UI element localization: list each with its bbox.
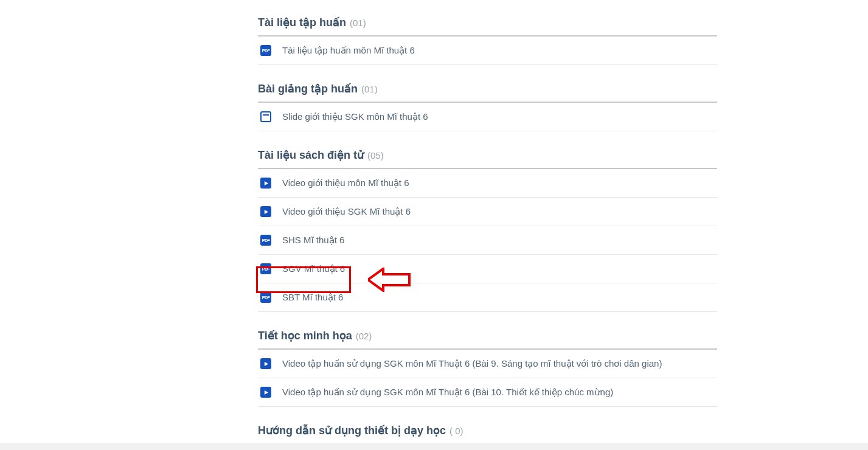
document-list: Tài liệu tập huấn(01)PDFTài liệu tập huấ… <box>258 0 717 450</box>
bottom-bar <box>0 443 868 450</box>
section-s4: Tiết học minh họa(02)Video tập huấn sử d… <box>258 329 717 407</box>
slide-icon <box>260 111 271 122</box>
section-title-text: Hướng dẫn sử dụng thiết bị dạy học <box>258 424 446 437</box>
section-s5: Hướng dẫn sử dụng thiết bị dạy học( 0) <box>258 424 717 445</box>
section-count: (02) <box>356 331 372 341</box>
section-title: Bài giảng tập huấn(01) <box>258 82 717 103</box>
section-title-text: Tiết học minh họa <box>258 329 352 342</box>
list-item[interactable]: PDFSBT Mĩ thuật 6 <box>258 283 717 312</box>
list-item[interactable]: Video tập huấn sử dụng SGK môn Mĩ Thuật … <box>258 350 717 378</box>
list-item[interactable]: PDFSHS Mĩ thuật 6 <box>258 226 717 255</box>
pdf-icon: PDF <box>260 235 271 246</box>
list-item[interactable]: Video giới thiệu môn Mĩ thuật 6 <box>258 169 717 198</box>
item-label: SGV Mĩ thuật 6 <box>282 263 345 274</box>
section-title: Tài liệu tập huấn(01) <box>258 16 717 36</box>
item-label: Video tập huấn sử dụng SGK môn Mĩ Thuật … <box>282 358 662 369</box>
list-item[interactable]: Video tập huấn sử dụng SGK môn Mĩ Thuật … <box>258 378 717 407</box>
item-label: Video giới thiệu môn Mĩ thuật 6 <box>282 178 409 189</box>
list-item[interactable]: PDFTài liệu tập huấn môn Mĩ thuật 6 <box>258 36 717 65</box>
video-icon <box>260 358 271 369</box>
section-title-text: Tài liệu tập huấn <box>258 16 346 29</box>
section-title: Hướng dẫn sử dụng thiết bị dạy học( 0) <box>258 424 717 445</box>
pdf-icon: PDF <box>260 263 271 274</box>
video-icon <box>260 206 271 217</box>
section-count: (01) <box>350 18 366 28</box>
section-s3: Tài liệu sách điện tử(05)Video giới thiệ… <box>258 148 717 312</box>
section-count: ( 0) <box>450 426 464 436</box>
section-title-text: Tài liệu sách điện tử <box>258 148 364 162</box>
item-label: Video tập huấn sử dụng SGK môn Mĩ Thuật … <box>282 387 613 398</box>
list-item[interactable]: Slide giới thiệu SGK môn Mĩ thuật 6 <box>258 103 717 131</box>
section-count: (05) <box>367 150 384 161</box>
section-title: Tiết học minh họa(02) <box>258 329 717 350</box>
video-icon <box>260 178 271 189</box>
arrow-icon <box>368 268 411 292</box>
item-label: SBT Mĩ thuật 6 <box>282 292 343 303</box>
list-item[interactable]: Video giới thiệu SGK Mĩ thuật 6 <box>258 198 717 226</box>
item-label: Tài liệu tập huấn môn Mĩ thuật 6 <box>282 45 415 56</box>
video-icon <box>260 387 271 398</box>
item-label: Slide giới thiệu SGK môn Mĩ thuật 6 <box>282 111 428 122</box>
section-s1: Tài liệu tập huấn(01)PDFTài liệu tập huấ… <box>258 16 717 65</box>
list-item[interactable]: PDFSGV Mĩ thuật 6 <box>258 255 717 283</box>
section-count: (01) <box>361 84 378 94</box>
pdf-icon: PDF <box>260 292 271 303</box>
section-s2: Bài giảng tập huấn(01)Slide giới thiệu S… <box>258 82 717 131</box>
section-title: Tài liệu sách điện tử(05) <box>258 148 717 169</box>
section-title-text: Bài giảng tập huấn <box>258 82 358 95</box>
item-label: SHS Mĩ thuật 6 <box>282 235 344 246</box>
item-label: Video giới thiệu SGK Mĩ thuật 6 <box>282 206 411 217</box>
pdf-icon: PDF <box>260 45 271 56</box>
